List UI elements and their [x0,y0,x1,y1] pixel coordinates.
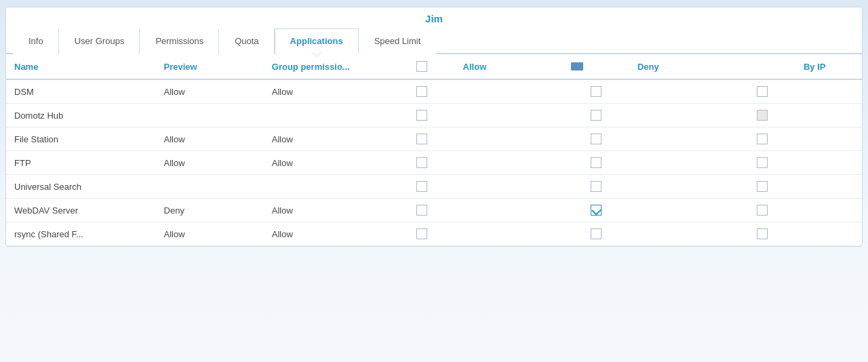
allow-checkbox[interactable] [416,86,427,97]
byip-checkbox[interactable] [757,86,768,97]
byip-checkbox[interactable] [757,228,768,239]
cell-deny-label [629,104,729,127]
col-header-deny: Deny [629,54,729,79]
allow-checkbox[interactable] [416,134,427,144]
cell-deny-label [629,151,729,175]
cell-preview: Allow [156,79,264,104]
cell-deny-checkbox[interactable] [563,222,629,246]
table-row: FTPAllowAllow [6,151,862,175]
allow-checkbox[interactable] [416,181,427,192]
col-header-group-permission: Group permissio... [264,54,389,79]
deny-checkbox[interactable] [591,205,601,216]
cell-byip-label [795,222,862,246]
tab-permissions[interactable]: Permissions [140,28,219,54]
cell-group-permission [264,104,389,127]
deny-checkbox[interactable] [591,157,601,168]
cell-allow-checkbox[interactable] [389,222,455,246]
table-row: DSMAllowAllow [6,79,862,104]
cell-byip-checkbox[interactable] [729,199,795,222]
allow-checkbox[interactable] [416,157,427,168]
deny-checkbox[interactable] [591,134,601,144]
allow-header-checkbox[interactable] [416,61,427,72]
cell-deny-checkbox[interactable] [563,104,629,127]
cell-byip-label [795,175,862,199]
cell-byip-checkbox[interactable] [729,104,795,127]
cell-byip-label [795,151,862,175]
col-header-allow-check[interactable] [389,54,455,79]
col-header-preview: Preview [156,54,264,79]
cell-name: FTP [6,151,156,175]
tab-info[interactable]: Info [13,28,59,54]
cell-group-permission [264,175,389,199]
cell-allow-checkbox[interactable] [389,199,455,222]
cell-deny-label [629,199,729,222]
table-body: DSMAllowAllowDomotz HubFile StationAllow… [6,79,862,246]
main-container: Jim InfoUser GroupsPermissionsQuotaAppli… [5,7,863,247]
cell-name: File Station [6,127,156,151]
byip-checkbox[interactable] [757,181,768,192]
cell-allow-label [455,79,563,104]
cell-allow-checkbox[interactable] [389,151,455,175]
cell-group-permission: Allow [264,222,389,246]
deny-header-icon [571,62,583,71]
cell-deny-label [629,222,729,246]
cell-name: DSM [6,79,156,104]
tab-user-groups[interactable]: User Groups [59,28,140,54]
deny-checkbox[interactable] [591,228,601,239]
cell-name: Universal Search [6,175,156,199]
tab-quota[interactable]: Quota [219,28,274,54]
col-header-deny-check[interactable] [563,54,629,79]
cell-byip-checkbox[interactable] [729,175,795,199]
byip-checkbox[interactable] [757,157,768,168]
tab-speed-limit[interactable]: Speed Limit [359,28,437,54]
table-row: rsync (Shared F...AllowAllow [6,222,862,246]
cell-deny-checkbox[interactable] [563,127,629,151]
cell-deny-label [629,175,729,199]
cell-deny-checkbox[interactable] [563,151,629,175]
cell-allow-label [455,151,563,175]
table-row: Universal Search [6,175,862,199]
deny-checkbox[interactable] [591,181,601,192]
cell-group-permission: Allow [264,151,389,175]
allow-checkbox[interactable] [416,228,427,239]
cell-preview: Deny [156,199,264,222]
cell-byip-label [795,79,862,104]
cell-allow-label [455,104,563,127]
col-header-byip-check [729,54,795,79]
allow-checkbox[interactable] [416,205,427,216]
cell-byip-checkbox[interactable] [729,222,795,246]
cell-preview [156,175,264,199]
cell-allow-label [455,199,563,222]
cell-deny-checkbox[interactable] [563,199,629,222]
col-header-allow: Allow [455,54,563,79]
cell-byip-checkbox[interactable] [729,151,795,175]
cell-name: rsync (Shared F... [6,222,156,246]
col-header-name: Name [6,54,156,79]
byip-checkbox[interactable] [757,205,768,216]
cell-byip-checkbox[interactable] [729,79,795,104]
cell-allow-checkbox[interactable] [389,175,455,199]
applications-table: Name Preview Group permissio... All [6,54,862,246]
cell-byip-label [795,127,862,151]
byip-checkbox[interactable] [757,134,768,144]
byip-checkbox [757,110,768,121]
cell-byip-label [795,104,862,127]
cell-name: WebDAV Server [6,199,156,222]
cell-deny-checkbox[interactable] [563,175,629,199]
cell-allow-checkbox[interactable] [389,127,455,151]
deny-checkbox[interactable] [591,110,601,121]
deny-checkbox[interactable] [591,86,601,97]
cell-byip-label [795,199,862,222]
col-header-byip: By IP [795,54,862,79]
tab-applications[interactable]: Applications [275,28,359,54]
allow-checkbox[interactable] [416,110,427,121]
cell-preview [156,104,264,127]
cell-preview: Allow [156,222,264,246]
cell-allow-checkbox[interactable] [389,79,455,104]
cell-deny-label [629,79,729,104]
cell-byip-checkbox[interactable] [729,127,795,151]
cell-deny-checkbox[interactable] [563,79,629,104]
cell-allow-checkbox[interactable] [389,104,455,127]
table-row: Domotz Hub [6,104,862,127]
cell-preview: Allow [156,151,264,175]
